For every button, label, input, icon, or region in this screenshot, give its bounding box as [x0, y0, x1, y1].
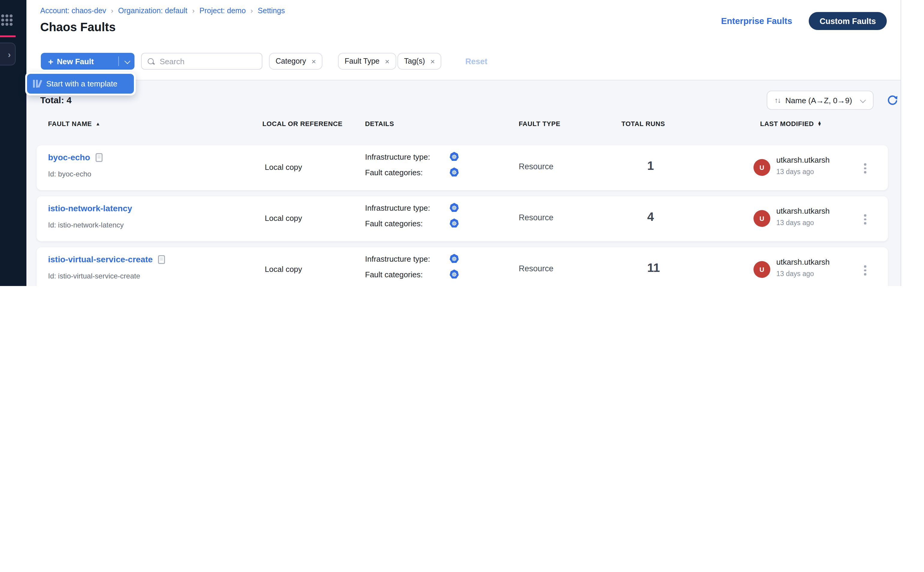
filter-chip-category[interactable]: Category× [269, 53, 323, 70]
fault-id: Id: istio-virtual-service-create [48, 272, 140, 280]
kubernetes-icon: ☸ [450, 269, 459, 278]
new-fault-dropdown-toggle[interactable] [119, 59, 134, 63]
fault-id: Id: byoc-echo [48, 170, 91, 178]
avatar: U [753, 159, 770, 176]
chevron-down-icon [860, 97, 866, 103]
plus-icon: + [48, 56, 53, 66]
filter-chip-fault-type[interactable]: Fault Type× [338, 53, 396, 70]
close-icon[interactable]: × [430, 57, 435, 66]
total-runs-value: 4 [647, 210, 654, 224]
chevron-right-icon: › [8, 50, 11, 59]
sort-ascending-icon: ▲ [95, 121, 100, 126]
manifest-doc-icon[interactable] [158, 255, 165, 264]
sort-both-icon: ▲▼ [817, 121, 821, 126]
close-icon[interactable]: × [311, 57, 316, 66]
column-header-fault-name[interactable]: FAULT NAME▲ [48, 120, 101, 127]
total-runs-value: 11 [647, 261, 660, 275]
modified-by-user: utkarsh.utkarsh [776, 258, 830, 266]
kubernetes-icon: ☸ [450, 219, 459, 227]
table-row[interactable]: byoc-echo Id: byoc-echo Local copy Infra… [37, 145, 888, 190]
fault-type-value: Resource [519, 264, 554, 273]
chevron-down-icon [124, 58, 130, 64]
sort-select[interactable]: ↑↓ Name (A→Z, 0→9) [767, 91, 874, 110]
modified-by-user: utkarsh.utkarsh [776, 155, 830, 165]
local-or-reference-value: Local copy [265, 163, 302, 172]
local-or-reference-value: Local copy [265, 214, 302, 223]
new-fault-dropdown-menu: Start with a template [25, 72, 136, 95]
fault-categories-label: Fault categories: [365, 219, 423, 228]
kubernetes-icon: ☸ [450, 152, 459, 161]
column-header-details: DETAILS [365, 120, 394, 127]
avatar: U [753, 261, 770, 278]
search-box [141, 53, 262, 70]
search-input[interactable] [159, 56, 251, 66]
filter-chip-tags[interactable]: Tag(s)× [397, 53, 442, 70]
total-count: Total: 4 [40, 95, 72, 105]
modified-time: 13 days ago [776, 168, 814, 175]
kubernetes-icon: ☸ [450, 203, 459, 212]
search-icon [148, 58, 154, 64]
total-runs-value: 1 [647, 159, 654, 173]
breadcrumb: Account: chaos-dev›Organization: default… [40, 6, 285, 15]
row-menu-button[interactable] [862, 212, 868, 227]
breadcrumb-separator: › [250, 6, 253, 15]
infrastructure-type-label: Infrastructure type: [365, 255, 430, 264]
fault-name-link[interactable]: byoc-echo [48, 152, 90, 162]
refresh-button[interactable] [887, 94, 898, 108]
chaos-faults-page: › › i i Account: chaos-dev›Organization:… [0, 0, 924, 286]
infrastructure-type-label: Infrastructure type: [365, 204, 430, 213]
fault-name-link[interactable]: istio-virtual-service-create [48, 255, 153, 264]
custom-faults-button[interactable]: Custom Faults [809, 12, 887, 30]
column-header-last-modified[interactable]: LAST MODIFIED ▲▼ [760, 120, 821, 127]
start-with-template-item[interactable]: Start with a template [27, 74, 134, 94]
active-nav-indicator [0, 36, 16, 37]
table-row[interactable]: istio-virtual-service-create Id: istio-v… [37, 247, 888, 286]
sort-arrows-icon: ↑↓ [775, 96, 781, 104]
modified-time: 13 days ago [776, 219, 814, 226]
manifest-doc-icon[interactable] [95, 153, 103, 162]
avatar: U [753, 210, 770, 227]
fault-categories-label: Fault categories: [365, 168, 423, 177]
modified-time: 13 days ago [776, 270, 814, 277]
column-header-local-or-reference: LOCAL OR REFERENCE [262, 120, 342, 127]
breadcrumb-settings[interactable]: Settings [258, 6, 285, 15]
breadcrumb-separator: › [192, 6, 194, 15]
local-or-reference-value: Local copy [265, 265, 302, 274]
app-grid-icon[interactable] [1, 14, 12, 26]
row-menu-button[interactable] [862, 161, 868, 176]
page-title: Chaos Faults [40, 20, 115, 34]
column-header-fault-type: FAULT TYPE [519, 120, 560, 127]
sidebar-expand-button[interactable]: › [0, 43, 16, 65]
enterprise-faults-link[interactable]: Enterprise Faults [721, 16, 792, 26]
breadcrumb-organization[interactable]: Organization: default [118, 6, 188, 15]
kubernetes-icon: ☸ [450, 168, 459, 176]
breadcrumb-project[interactable]: Project: demo [199, 6, 246, 15]
kubernetes-icon: ☸ [450, 254, 459, 263]
main-content: Account: chaos-dev›Organization: default… [26, 0, 901, 286]
page-header: Account: chaos-dev›Organization: default… [26, 0, 901, 81]
reset-filters-button[interactable]: Reset [465, 57, 487, 66]
template-icon [33, 80, 41, 88]
breadcrumb-separator: › [111, 6, 114, 15]
infrastructure-type-label: Infrastructure type: [365, 152, 430, 162]
new-fault-button[interactable]: + New Fault [41, 53, 134, 70]
right-gutter [901, 0, 924, 286]
fault-categories-label: Fault categories: [365, 270, 423, 279]
left-nav-sidebar: › › i i [0, 0, 26, 286]
fault-type-value: Resource [519, 213, 554, 222]
column-header-total-runs: TOTAL RUNS [621, 120, 665, 127]
fault-id: Id: istio-network-latency [48, 221, 124, 229]
fault-type-value: Resource [519, 162, 554, 171]
table-row[interactable]: istio-network-latency Id: istio-network-… [37, 196, 888, 241]
fault-name-link[interactable]: istio-network-latency [48, 204, 132, 213]
breadcrumb-account[interactable]: Account: chaos-dev [40, 6, 106, 15]
close-icon[interactable]: × [385, 57, 389, 66]
modified-by-user: utkarsh.utkarsh [776, 207, 830, 216]
row-menu-button[interactable] [862, 263, 868, 278]
